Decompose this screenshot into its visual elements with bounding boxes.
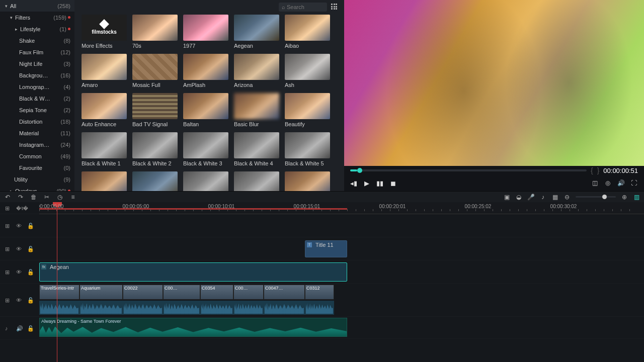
video-clip[interactable]: C00… [163,285,200,300]
video-clip[interactable]: C0312 [305,285,334,300]
track-settings-icon[interactable]: ⊞ [5,297,11,303]
effect-arizona[interactable]: Arizona [234,54,279,88]
marker-icon[interactable]: ◒ [515,194,522,201]
effect-black-white-4[interactable]: Black & White 4 [234,132,279,166]
search-input[interactable] [287,4,324,10]
undo-icon[interactable]: ↶ [4,194,11,201]
effect-70s[interactable]: 70s [132,15,178,49]
effect-item[interactable] [285,171,330,191]
stop-button[interactable]: ◼ [390,179,396,187]
effect-item[interactable] [234,171,279,191]
track-visible-icon[interactable]: 👁 [16,223,22,229]
sidebar-item-lifestyle[interactable]: ▸Lifestyle(1) [0,23,74,35]
sidebar-item-faux-film[interactable]: Faux Film(12) [0,46,74,58]
effect-baltan[interactable]: Baltan [183,93,228,127]
sidebar-item-filters[interactable]: ▾Filters(159) [0,12,74,23]
sidebar-item-shake[interactable]: Shake(8) [0,35,74,46]
zoom-out-icon[interactable]: ⊖ [564,194,571,201]
effect-black-white-2[interactable]: Black & White 2 [132,132,178,166]
video-clip[interactable]: C0354 [200,285,233,300]
track-audio[interactable]: Always Dreaming - Same Town Forever [39,317,644,339]
redo-icon[interactable]: ↷ [17,194,24,201]
effect-aibao[interactable]: Aibao [285,15,330,49]
video-clip[interactable]: Aquarium [79,285,123,300]
crop-icon[interactable]: ≡ [69,194,76,201]
track-lock-icon[interactable]: 🔓 [27,325,33,331]
effect-beautify[interactable]: Beautify [285,93,330,127]
zoom-slider[interactable] [576,196,616,198]
music-icon[interactable]: ♪ [539,194,546,201]
sidebar-item-utility[interactable]: Utility(9) [0,173,74,185]
sidebar-item-overlays[interactable]: ▸Overlays(90) [0,185,74,191]
effect-black-white-3[interactable]: Black & White 3 [183,132,228,166]
record-vo-icon[interactable]: 🎤 [527,194,534,201]
track-settings-icon[interactable]: ⊞ [5,223,11,229]
fullscreen-icon[interactable]: ⛶ [630,179,638,187]
search-box[interactable]: ⌕ [279,3,327,12]
speed-icon[interactable]: ◷ [56,194,63,201]
effect-clip[interactable]: fxAegean [39,262,347,282]
audio-clip[interactable]: Always Dreaming - Same Town Forever [39,318,347,337]
sidebar-item-sepia-tone[interactable]: Sepia Tone(2) [0,104,74,116]
time-ruler[interactable]: 00:00:00:0000:00:05:0000:00:10:0100:00:1… [39,202,644,214]
track-effect[interactable]: fxAegean [39,260,644,284]
play-button[interactable]: ▶ [364,179,369,187]
sidebar-item-black-w-[interactable]: Black & W…(2) [0,93,74,104]
sidebar-item-backgrou-[interactable]: Backgrou…(16) [0,69,74,81]
track-lock-icon[interactable]: 🔓 [27,269,33,275]
pause-button[interactable]: ▮▮ [376,179,383,187]
link-icon[interactable]: �র� [16,205,22,211]
effect-1977[interactable]: 1977 [183,15,228,49]
track-title[interactable]: TTitle 11 [39,237,644,260]
track-empty-1[interactable] [39,214,644,237]
zoom-fit-icon[interactable]: ▥ [633,194,640,201]
sidebar-item-material[interactable]: Material(11) [0,127,74,139]
mixer-icon[interactable]: ▦ [551,194,558,201]
effect-bad-tv-signal[interactable]: Bad TV Signal [132,93,178,127]
title-clip[interactable]: TTitle 11 [305,240,347,257]
sidebar-item-lomograp-[interactable]: Lomograp…(4) [0,81,74,93]
track-music-icon[interactable]: ♪ [5,325,11,331]
effect-auto-enhance[interactable]: Auto Enhance [82,93,127,127]
effect-basic-blur[interactable]: Basic Blur [234,93,279,127]
track-settings-icon[interactable]: ⊞ [5,246,11,252]
scrub-track[interactable] [350,169,587,171]
zoom-in-icon[interactable]: ⊕ [621,194,628,201]
split-icon[interactable]: ✂ [43,194,50,201]
track-mute-icon[interactable]: 🔊 [16,325,22,331]
video-clip[interactable]: TravelSeries-Intr [39,285,79,300]
effect-more-effects[interactable]: filmstocksMore Effects [82,15,127,49]
snapshot-icon[interactable]: ◎ [604,179,612,187]
track-lock-icon[interactable]: 🔓 [27,297,33,303]
track-video[interactable]: TravelSeries-IntrAquariumC0022C00…C0354C… [39,284,644,317]
render-icon[interactable]: ▣ [503,194,510,201]
sidebar-item-instagram-[interactable]: Instagram…(24) [0,139,74,150]
sidebar-item-favourite[interactable]: Favourite(0) [0,162,74,173]
compare-icon[interactable]: ◫ [591,179,599,187]
effect-ash[interactable]: Ash [285,54,330,88]
zoom-handle[interactable] [602,195,607,199]
effect-mosaic-full[interactable]: Mosaic Full [132,54,178,88]
track-visible-icon[interactable]: 👁 [16,269,22,275]
video-clip[interactable]: C0022 [123,285,163,300]
effect-black-white-1[interactable]: Black & White 1 [82,132,127,166]
volume-icon[interactable]: 🔊 [617,179,625,187]
prev-frame-button[interactable]: ◂▮ [350,179,357,187]
mark-out-icon[interactable]: } [597,166,600,174]
effect-item[interactable] [82,171,127,191]
delete-icon[interactable]: 🗑 [30,194,37,201]
track-settings-icon[interactable]: ⊞ [5,269,11,275]
track-lock-icon[interactable]: 🔓 [27,223,33,229]
video-clip[interactable]: C00… [233,285,264,300]
grid-view-icon[interactable] [331,4,338,11]
sidebar-item-common[interactable]: Common(49) [0,150,74,162]
sidebar-item-all[interactable]: ▾All(258) [0,0,74,12]
track-visible-icon[interactable]: 👁 [16,246,22,252]
track-lock-icon[interactable]: 🔓 [27,246,33,252]
mark-in-icon[interactable]: { [591,166,593,174]
track-visible-icon[interactable]: 👁 [16,297,22,303]
effect-item[interactable] [132,171,178,191]
effect-amaro[interactable]: Amaro [82,54,127,88]
effect-black-white-5[interactable]: Black & White 5 [285,132,330,166]
sidebar-item-night-life[interactable]: Night Life(3) [0,58,74,69]
